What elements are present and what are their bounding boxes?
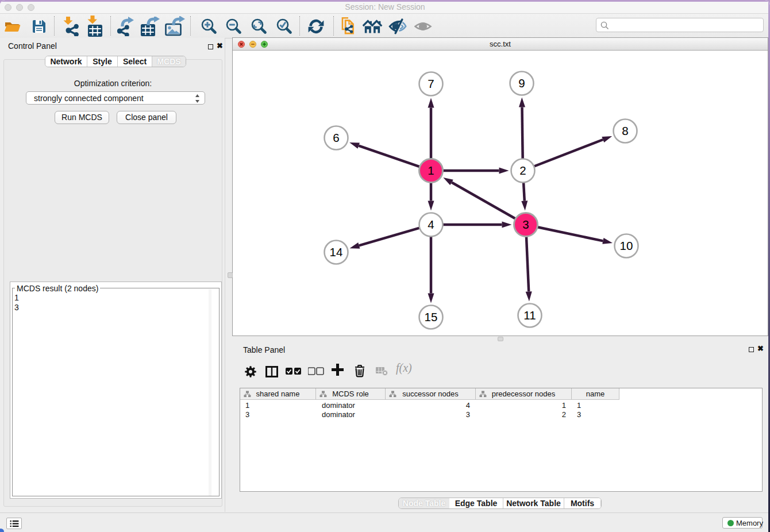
svg-text:7: 7	[428, 77, 434, 90]
svg-text:2: 2	[519, 164, 526, 177]
svg-text:10: 10	[620, 239, 633, 252]
svg-text:9: 9	[518, 76, 525, 90]
svg-text:6: 6	[333, 131, 339, 144]
svg-text:3: 3	[522, 218, 529, 231]
svg-text:8: 8	[622, 124, 628, 137]
svg-text:14: 14	[330, 245, 343, 259]
svg-text:15: 15	[425, 310, 438, 323]
svg-text:4: 4	[428, 218, 434, 231]
svg-text:11: 11	[523, 309, 536, 322]
svg-text:1: 1	[428, 164, 434, 177]
